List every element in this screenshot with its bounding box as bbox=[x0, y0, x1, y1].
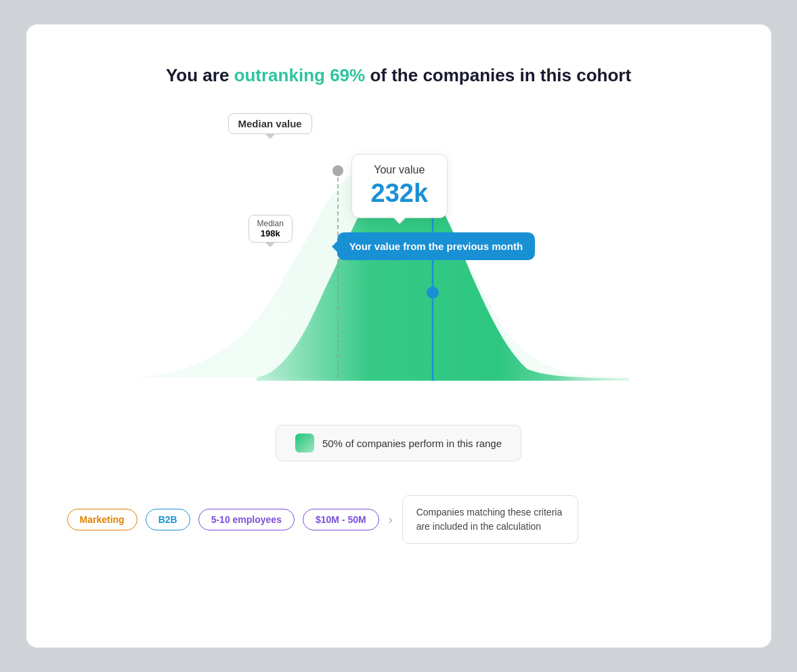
prev-month-tooltip: Your value from the previous month bbox=[337, 232, 535, 260]
tag-b2b[interactable]: B2B bbox=[146, 509, 190, 530]
prev-month-text: Your value from the previous month bbox=[349, 240, 523, 252]
svg-point-1 bbox=[332, 165, 343, 176]
legend-area: 50% of companies perform in this range bbox=[276, 425, 521, 461]
tag-marketing[interactable]: Marketing bbox=[67, 509, 137, 530]
headline: You are outranking 69% of the companies … bbox=[166, 65, 631, 86]
headline-suffix: of the companies in this cohort bbox=[365, 65, 631, 85]
tag-employees[interactable]: 5-10 employees bbox=[198, 509, 295, 530]
tags-area: Marketing B2B 5-10 employees $10M - 50M … bbox=[67, 495, 731, 544]
chart-area: Median value Median 198k bbox=[67, 120, 731, 404]
headline-highlight: outranking 69% bbox=[234, 65, 366, 85]
your-value-label: Your value bbox=[371, 164, 429, 176]
headline-prefix: You are bbox=[166, 65, 234, 85]
your-value: 232k bbox=[371, 179, 429, 208]
your-value-card: Your value 232k Your value from the prev… bbox=[351, 154, 448, 218]
chart-container: Median value Median 198k bbox=[121, 120, 676, 391]
criteria-box: Companies matching these criteria are in… bbox=[402, 495, 578, 544]
legend-text: 50% of companies perform in this range bbox=[322, 438, 502, 449]
main-card: You are outranking 69% of the companies … bbox=[26, 24, 771, 648]
criteria-text: Companies matching these criteria are in… bbox=[416, 507, 563, 532]
tag-revenue[interactable]: $10M - 50M bbox=[303, 509, 379, 530]
legend-color-swatch bbox=[295, 434, 314, 453]
legend-box: 50% of companies perform in this range bbox=[276, 425, 521, 461]
svg-point-3 bbox=[427, 287, 439, 299]
arrow-icon: › bbox=[389, 513, 393, 527]
